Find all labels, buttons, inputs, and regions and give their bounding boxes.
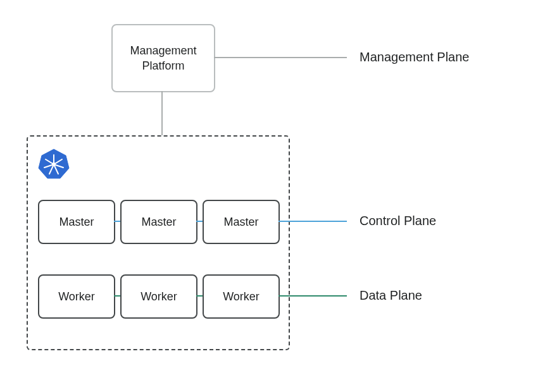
master-node-1-label: Master <box>59 216 94 229</box>
connector-data-plane <box>278 295 347 297</box>
connector-management-plane <box>214 57 347 58</box>
worker-node-2: Worker <box>120 274 197 319</box>
management-platform-box: ManagementPlatform <box>111 24 215 92</box>
diagram-canvas: { "management_platform": { "label": "Man… <box>0 0 557 392</box>
label-control-plane: Control Plane <box>360 214 436 228</box>
management-platform-label: ManagementPlatform <box>130 43 196 74</box>
connector-control-plane <box>278 221 347 222</box>
master-node-3-label: Master <box>223 216 258 229</box>
master-node-2-label: Master <box>141 216 176 229</box>
worker-node-3: Worker <box>203 274 280 319</box>
master-node-1: Master <box>38 200 115 244</box>
worker-node-1-label: Worker <box>58 290 95 303</box>
connector-master-2-3 <box>196 221 203 222</box>
worker-node-3-label: Worker <box>223 290 260 303</box>
connector-mgmt-to-cluster <box>161 91 163 135</box>
worker-node-2-label: Worker <box>141 290 177 303</box>
kubernetes-icon <box>38 148 70 182</box>
connector-worker-2-3 <box>196 295 203 297</box>
master-node-3: Master <box>203 200 280 244</box>
connector-master-1-2 <box>114 221 120 222</box>
label-data-plane: Data Plane <box>360 288 422 303</box>
master-node-2: Master <box>120 200 197 244</box>
label-management-plane: Management Plane <box>360 50 469 64</box>
worker-node-1: Worker <box>38 274 115 319</box>
connector-worker-1-2 <box>114 295 120 297</box>
